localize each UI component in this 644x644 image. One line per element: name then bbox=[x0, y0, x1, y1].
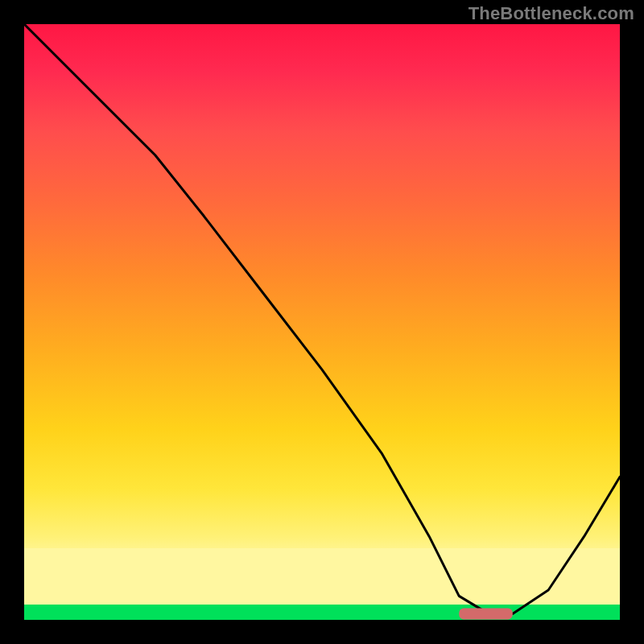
chart-container: TheBottleneck.com bbox=[0, 0, 644, 644]
bottleneck-curve bbox=[24, 24, 620, 614]
watermark-text: TheBottleneck.com bbox=[469, 3, 634, 24]
chart-overlay bbox=[24, 24, 620, 620]
optimal-range-marker bbox=[459, 609, 513, 620]
plot-area bbox=[24, 24, 620, 620]
